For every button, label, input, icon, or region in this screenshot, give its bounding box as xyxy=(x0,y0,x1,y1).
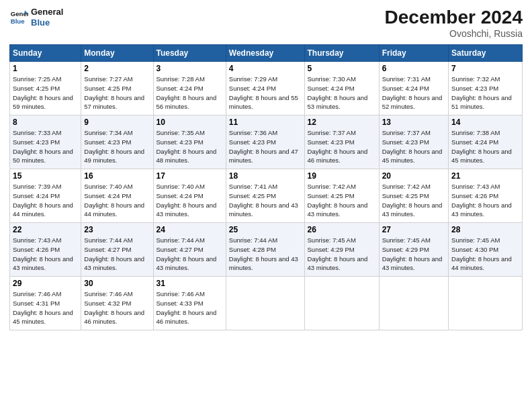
calendar-cell: 13Sunrise: 7:37 AMSunset: 4:23 PMDayligh… xyxy=(379,116,448,169)
day-number: 17 xyxy=(157,171,223,181)
calendar-cell: 1Sunrise: 7:25 AMSunset: 4:25 PMDaylight… xyxy=(10,62,81,116)
calendar-cell: 2Sunrise: 7:27 AMSunset: 4:25 PMDaylight… xyxy=(81,62,153,116)
day-number: 28 xyxy=(451,225,519,234)
day-number: 25 xyxy=(229,225,302,234)
cell-info: Sunrise: 7:39 AMSunset: 4:24 PMDaylight:… xyxy=(13,183,73,218)
location: Ovoshchi, Russia xyxy=(385,28,523,39)
day-number: 3 xyxy=(157,64,223,73)
calendar-cell: 15Sunrise: 7:39 AMSunset: 4:24 PMDayligh… xyxy=(10,169,81,223)
cell-info: Sunrise: 7:42 AMSunset: 4:25 PMDaylight:… xyxy=(382,183,443,218)
calendar-cell: 26Sunrise: 7:45 AMSunset: 4:29 PMDayligh… xyxy=(304,223,379,277)
day-number: 1 xyxy=(13,64,78,73)
day-number: 23 xyxy=(84,225,150,234)
calendar-cell xyxy=(304,277,379,330)
week-row-1: 1Sunrise: 7:25 AMSunset: 4:25 PMDaylight… xyxy=(10,62,523,116)
week-row-4: 22Sunrise: 7:43 AMSunset: 4:26 PMDayligh… xyxy=(10,223,523,277)
header-row: SundayMondayTuesdayWednesdayThursdayFrid… xyxy=(10,45,523,62)
cell-info: Sunrise: 7:40 AMSunset: 4:24 PMDaylight:… xyxy=(157,183,217,218)
cell-info: Sunrise: 7:27 AMSunset: 4:25 PMDaylight:… xyxy=(84,75,144,110)
calendar-cell: 29Sunrise: 7:46 AMSunset: 4:31 PMDayligh… xyxy=(10,277,81,330)
col-header-tuesday: Tuesday xyxy=(153,45,226,62)
day-number: 6 xyxy=(382,64,445,73)
calendar-cell: 4Sunrise: 7:29 AMSunset: 4:24 PMDaylight… xyxy=(226,62,304,116)
day-number: 14 xyxy=(451,118,519,127)
cell-info: Sunrise: 7:31 AMSunset: 4:24 PMDaylight:… xyxy=(382,75,443,110)
cell-info: Sunrise: 7:41 AMSunset: 4:25 PMDaylight:… xyxy=(229,183,298,218)
col-header-monday: Monday xyxy=(81,45,153,62)
calendar-cell: 31Sunrise: 7:46 AMSunset: 4:33 PMDayligh… xyxy=(153,277,226,330)
calendar-cell: 17Sunrise: 7:40 AMSunset: 4:24 PMDayligh… xyxy=(153,169,226,223)
svg-text:Blue: Blue xyxy=(11,17,25,24)
day-number: 5 xyxy=(308,64,376,73)
day-number: 10 xyxy=(157,118,223,127)
calendar-cell xyxy=(379,277,448,330)
month-title: December 2024 xyxy=(385,7,523,28)
cell-info: Sunrise: 7:45 AMSunset: 4:29 PMDaylight:… xyxy=(382,236,443,271)
cell-info: Sunrise: 7:40 AMSunset: 4:24 PMDaylight:… xyxy=(84,183,144,218)
calendar-cell: 8Sunrise: 7:33 AMSunset: 4:23 PMDaylight… xyxy=(10,116,81,169)
calendar-cell xyxy=(449,277,523,330)
cell-info: Sunrise: 7:44 AMSunset: 4:27 PMDaylight:… xyxy=(157,236,217,271)
calendar-cell: 12Sunrise: 7:37 AMSunset: 4:23 PMDayligh… xyxy=(304,116,379,169)
col-header-saturday: Saturday xyxy=(449,45,523,62)
day-number: 9 xyxy=(84,118,150,127)
cell-info: Sunrise: 7:46 AMSunset: 4:33 PMDaylight:… xyxy=(157,290,217,325)
logo: General Blue General Blue xyxy=(9,7,63,28)
calendar-cell: 9Sunrise: 7:34 AMSunset: 4:23 PMDaylight… xyxy=(81,116,153,169)
cell-info: Sunrise: 7:34 AMSunset: 4:23 PMDaylight:… xyxy=(84,129,144,164)
calendar-cell: 11Sunrise: 7:36 AMSunset: 4:23 PMDayligh… xyxy=(226,116,304,169)
calendar-cell: 27Sunrise: 7:45 AMSunset: 4:29 PMDayligh… xyxy=(379,223,448,277)
day-number: 26 xyxy=(308,225,376,234)
logo-text: General Blue xyxy=(31,7,63,28)
logo-icon: General Blue xyxy=(9,8,28,27)
day-number: 19 xyxy=(308,171,376,181)
day-number: 31 xyxy=(157,279,223,288)
col-header-sunday: Sunday xyxy=(10,45,81,62)
cell-info: Sunrise: 7:42 AMSunset: 4:25 PMDaylight:… xyxy=(308,183,368,218)
calendar-cell: 30Sunrise: 7:46 AMSunset: 4:32 PMDayligh… xyxy=(81,277,153,330)
day-number: 8 xyxy=(13,118,78,127)
cell-info: Sunrise: 7:44 AMSunset: 4:28 PMDaylight:… xyxy=(229,236,298,271)
day-number: 13 xyxy=(382,118,445,127)
cell-info: Sunrise: 7:28 AMSunset: 4:24 PMDaylight:… xyxy=(157,75,217,110)
calendar-cell: 22Sunrise: 7:43 AMSunset: 4:26 PMDayligh… xyxy=(10,223,81,277)
col-header-wednesday: Wednesday xyxy=(226,45,304,62)
calendar-cell: 14Sunrise: 7:38 AMSunset: 4:24 PMDayligh… xyxy=(449,116,523,169)
cell-info: Sunrise: 7:32 AMSunset: 4:23 PMDaylight:… xyxy=(451,75,512,110)
day-number: 20 xyxy=(382,171,445,181)
calendar-cell: 16Sunrise: 7:40 AMSunset: 4:24 PMDayligh… xyxy=(81,169,153,223)
day-number: 4 xyxy=(229,64,302,73)
week-row-5: 29Sunrise: 7:46 AMSunset: 4:31 PMDayligh… xyxy=(10,277,523,330)
page: General Blue General Blue December 2024 … xyxy=(0,0,532,411)
day-number: 7 xyxy=(451,64,519,73)
day-number: 29 xyxy=(13,279,78,288)
cell-info: Sunrise: 7:46 AMSunset: 4:31 PMDaylight:… xyxy=(13,290,73,325)
cell-info: Sunrise: 7:25 AMSunset: 4:25 PMDaylight:… xyxy=(13,75,73,110)
cell-info: Sunrise: 7:43 AMSunset: 4:26 PMDaylight:… xyxy=(13,236,73,271)
day-number: 16 xyxy=(84,171,150,181)
cell-info: Sunrise: 7:35 AMSunset: 4:23 PMDaylight:… xyxy=(157,129,217,164)
cell-info: Sunrise: 7:45 AMSunset: 4:30 PMDaylight:… xyxy=(451,236,512,271)
calendar-cell: 10Sunrise: 7:35 AMSunset: 4:23 PMDayligh… xyxy=(153,116,226,169)
cell-info: Sunrise: 7:46 AMSunset: 4:32 PMDaylight:… xyxy=(84,290,144,325)
day-number: 27 xyxy=(382,225,445,234)
header: General Blue General Blue December 2024 … xyxy=(9,7,523,39)
calendar-cell: 25Sunrise: 7:44 AMSunset: 4:28 PMDayligh… xyxy=(226,223,304,277)
day-number: 15 xyxy=(13,171,78,181)
col-header-thursday: Thursday xyxy=(304,45,379,62)
cell-info: Sunrise: 7:44 AMSunset: 4:27 PMDaylight:… xyxy=(84,236,144,271)
week-row-2: 8Sunrise: 7:33 AMSunset: 4:23 PMDaylight… xyxy=(10,116,523,169)
day-number: 22 xyxy=(13,225,78,234)
calendar-cell: 21Sunrise: 7:43 AMSunset: 4:26 PMDayligh… xyxy=(449,169,523,223)
day-number: 12 xyxy=(308,118,376,127)
cell-info: Sunrise: 7:36 AMSunset: 4:23 PMDaylight:… xyxy=(229,129,298,164)
day-number: 24 xyxy=(157,225,223,234)
calendar-table: SundayMondayTuesdayWednesdayThursdayFrid… xyxy=(9,44,523,330)
calendar-cell: 28Sunrise: 7:45 AMSunset: 4:30 PMDayligh… xyxy=(449,223,523,277)
cell-info: Sunrise: 7:37 AMSunset: 4:23 PMDaylight:… xyxy=(308,129,368,164)
day-number: 30 xyxy=(84,279,150,288)
cell-info: Sunrise: 7:33 AMSunset: 4:23 PMDaylight:… xyxy=(13,129,73,164)
week-row-3: 15Sunrise: 7:39 AMSunset: 4:24 PMDayligh… xyxy=(10,169,523,223)
day-number: 18 xyxy=(229,171,302,181)
calendar-cell: 24Sunrise: 7:44 AMSunset: 4:27 PMDayligh… xyxy=(153,223,226,277)
